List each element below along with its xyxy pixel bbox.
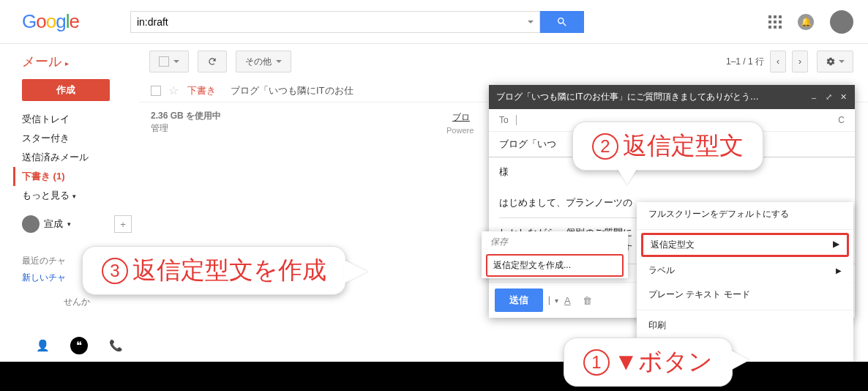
canned-submenu: 保存 返信定型文を作成...: [482, 231, 628, 278]
menu-fullscreen[interactable]: フルスクリーンをデフォルトにする: [637, 202, 853, 226]
select-checkbox-dropdown[interactable]: [149, 51, 189, 72]
search-input[interactable]: [137, 16, 528, 28]
close-icon[interactable]: ✕: [839, 93, 848, 102]
menu-canned-responses[interactable]: 返信定型文▶: [641, 233, 849, 257]
mini-avatar: [22, 215, 40, 233]
search-button[interactable]: [540, 11, 584, 33]
star-icon[interactable]: ☆: [168, 83, 179, 97]
hangouts-tabs: 👤 ❝ 📞: [35, 337, 123, 354]
search-icon: [556, 16, 568, 28]
mail-dropdown[interactable]: メール ▸: [22, 53, 69, 70]
popout-icon[interactable]: ⤢: [824, 93, 833, 102]
refresh-icon: [207, 56, 217, 67]
minimize-icon[interactable]: –: [809, 93, 818, 102]
callout-3: 3返信定型文を作成: [82, 246, 346, 295]
search-box[interactable]: [130, 11, 540, 33]
powered-text: Powere: [446, 126, 474, 135]
nav-more[interactable]: もっと見る ▾: [22, 186, 132, 205]
senka-text: せんか: [22, 296, 132, 308]
compose-titlebar[interactable]: ブログ「いつも隣にITのお仕事」にご質問頂きましてありがとう… – ⤢ ✕: [489, 85, 855, 109]
phone-tab-icon[interactable]: 📞: [108, 338, 123, 353]
toolbar: メール ▸ その他 1–1 / 1 行 ‹ ›: [0, 44, 868, 79]
footer-link[interactable]: ブロ: [452, 111, 470, 124]
compose-title: ブログ「いつも隣にITのお仕事」にご質問頂きましてありがとう…: [496, 91, 804, 103]
notifications-icon[interactable]: 🔔: [798, 14, 814, 30]
apps-icon[interactable]: [768, 15, 782, 29]
more-button[interactable]: その他: [236, 51, 291, 72]
nav-inbox[interactable]: 受信トレイ: [22, 110, 132, 129]
menu-print[interactable]: 印刷: [637, 313, 853, 338]
nav-starred[interactable]: スター付き: [22, 129, 132, 148]
discard-icon[interactable]: 🗑: [583, 295, 592, 306]
hangouts-tab-icon[interactable]: ❝: [70, 337, 88, 354]
settings-button[interactable]: [817, 51, 853, 72]
google-logo[interactable]: Google: [22, 10, 79, 33]
sidebar: 作成 受信トレイ スター付き 送信済みメール 下書き (1) もっと見る ▾ 宣…: [0, 79, 139, 362]
refresh-button[interactable]: [198, 51, 227, 72]
nav-sent[interactable]: 送信済みメール: [22, 148, 132, 167]
row-checkbox[interactable]: [151, 86, 161, 96]
row-subject: ブログ「いつも隣にITのお仕: [231, 84, 353, 97]
header-right: 🔔: [768, 10, 853, 34]
pager: 1–1 / 1 行 ‹ ›: [726, 51, 808, 72]
gear-icon: [826, 56, 836, 67]
callout-2: 2返信定型文: [572, 122, 763, 171]
account-avatar[interactable]: [830, 10, 853, 34]
submenu-create-canned[interactable]: 返信定型文を作成...: [486, 254, 624, 277]
search-area: [130, 11, 584, 33]
header: Google 🔔: [0, 0, 868, 44]
compose-button[interactable]: 作成: [22, 79, 110, 101]
contacts-tab-icon[interactable]: 👤: [35, 338, 50, 353]
hangouts-user[interactable]: 宣成▾ +: [22, 215, 132, 233]
search-options-caret-icon[interactable]: [528, 21, 534, 23]
prev-page-button[interactable]: ‹: [770, 51, 786, 72]
add-contact-button[interactable]: +: [114, 215, 132, 233]
draft-tag: 下書き: [187, 84, 216, 97]
menu-label[interactable]: ラベル▶: [637, 258, 853, 283]
next-page-button[interactable]: ›: [792, 51, 808, 72]
callout-1: 1▼ボタン: [564, 338, 733, 387]
format-toggle-icon[interactable]: A: [564, 295, 571, 306]
submenu-header-save: 保存: [482, 231, 628, 253]
menu-plain-text[interactable]: プレーン テキスト モード: [637, 283, 853, 307]
send-button[interactable]: 送信: [495, 288, 543, 312]
nav-drafts[interactable]: 下書き (1): [13, 167, 132, 186]
page-info: 1–1 / 1 行: [726, 56, 764, 68]
